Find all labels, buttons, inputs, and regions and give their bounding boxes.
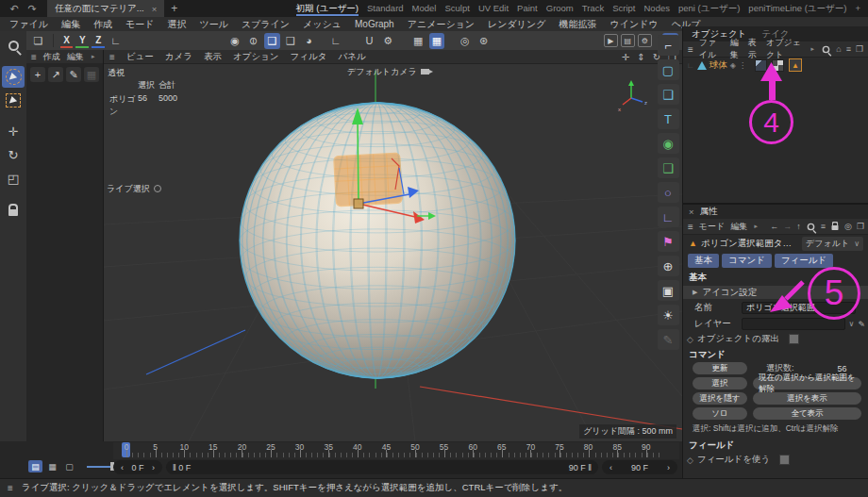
menu-item-6[interactable]: スプライン xyxy=(242,18,290,31)
menu-view[interactable]: 表示 xyxy=(748,37,760,61)
menu-item-5[interactable]: ツール xyxy=(199,18,227,31)
spline-plane-icon[interactable]: ▢ xyxy=(658,59,679,80)
float-window-icon[interactable]: ❐ xyxy=(857,222,864,231)
phong-tag-icon[interactable] xyxy=(755,59,767,72)
menu-options[interactable]: オプション xyxy=(233,51,279,63)
target-icon[interactable]: ◎ xyxy=(844,222,852,231)
layout-tab-7[interactable]: Track xyxy=(582,1,604,16)
render-view-icon[interactable]: ▶ xyxy=(604,34,618,47)
show-all-button[interactable]: 全て表示 xyxy=(753,407,861,420)
snap-grid-icon[interactable]: ▦ xyxy=(429,33,445,49)
menu-edit[interactable]: 編集 xyxy=(730,37,743,61)
tool-options-icon[interactable] xyxy=(154,185,161,192)
menu-item-4[interactable]: 選択 xyxy=(167,18,186,31)
pick-icon[interactable]: ↗ xyxy=(48,67,63,82)
menu-view[interactable]: ビュー xyxy=(126,51,154,63)
axis-x-toggle[interactable]: X xyxy=(60,33,74,48)
menu-item-2[interactable]: 作成 xyxy=(93,18,112,31)
menu-item-3[interactable]: モード xyxy=(125,18,154,31)
layout-tab-3[interactable]: Sculpt xyxy=(444,1,469,16)
uv-tag-icon[interactable] xyxy=(772,59,784,72)
close-icon[interactable]: × xyxy=(689,207,694,217)
menu-panel[interactable]: パネル xyxy=(338,51,365,63)
layout-tab-0[interactable]: 初期 (ユーザー) xyxy=(296,1,359,16)
dolly-view-icon[interactable]: ⇕ xyxy=(637,52,644,62)
expose-checkbox[interactable] xyxy=(789,334,799,344)
back-icon[interactable]: ← xyxy=(770,222,778,231)
move-tool[interactable]: ✛ xyxy=(2,121,25,142)
field-icon[interactable]: ⚑ xyxy=(658,231,679,252)
timeline-ruler[interactable]: 051015202530354045505560657075808590 xyxy=(113,442,679,459)
polygon-selection-tag-icon[interactable]: ▲ xyxy=(789,58,802,72)
redo-icon[interactable]: ↷ xyxy=(25,3,39,15)
light-object-icon[interactable]: ☀ xyxy=(658,305,679,325)
rectangle-selection-tool[interactable] xyxy=(2,90,25,111)
camera-label[interactable]: デフォルトカメラ xyxy=(347,66,429,78)
generator-icon[interactable]: ❑ xyxy=(658,157,679,178)
layout-tab-4[interactable]: UV Edit xyxy=(478,1,509,16)
scale-tool[interactable]: ◰ xyxy=(2,168,25,190)
keyframe-diamond-icon[interactable]: ◇ xyxy=(687,456,693,465)
editor-visibility-toggle[interactable]: ◈ xyxy=(730,61,736,70)
viewport-canvas[interactable]: z x 透視 デフォルトカメラ 選択 合計 ポリゴン 56 5000 ライブ選択… xyxy=(104,64,682,441)
layout-tab-8[interactable]: Script xyxy=(612,1,635,16)
layout-tab-9[interactable]: Nodes xyxy=(644,1,670,16)
text-object-icon[interactable]: T xyxy=(658,108,679,129)
hamburger-icon[interactable]: ≡ xyxy=(31,52,37,62)
texture-mode-icon[interactable]: ◕ xyxy=(301,33,317,49)
menu-file[interactable]: ファイル xyxy=(699,37,725,61)
frame-dec-icon[interactable]: ‹ xyxy=(121,463,124,472)
preview-range-bar[interactable]: ‖ 0 F 90 F ‖ xyxy=(166,460,598,474)
coordinate-system-icon[interactable]: ∟ xyxy=(108,33,124,49)
layout-tab-5[interactable]: Paint xyxy=(517,1,538,16)
view-detail-toggle[interactable]: ▢ xyxy=(62,460,76,472)
hamburger-icon[interactable]: ≡ xyxy=(688,44,693,55)
menu-display[interactable]: 表示 xyxy=(204,51,222,63)
subdivision-surface-icon[interactable]: ◉ xyxy=(658,133,679,154)
menu-overflow-icon[interactable]: ► xyxy=(753,224,759,229)
forward-icon[interactable]: → xyxy=(783,222,792,231)
workplane-grid-icon[interactable]: ▦ xyxy=(410,33,426,49)
axis-y-toggle[interactable]: Y xyxy=(75,33,89,48)
camera-object-icon[interactable]: ▣ xyxy=(658,280,679,301)
menu-overflow-icon[interactable]: ► xyxy=(810,46,815,52)
pen-icon[interactable]: ✎ xyxy=(66,67,81,82)
end-frame-stepper[interactable]: ‹ 90 F › xyxy=(602,460,677,474)
points-mode-icon[interactable]: ◉ xyxy=(227,33,243,49)
frame-inc-icon[interactable]: › xyxy=(667,463,670,472)
menu-item-12[interactable]: ウインドウ xyxy=(609,18,658,31)
object-row-sphere[interactable]: ∟ 球体 ◈ ⋮ ▲ xyxy=(683,58,868,73)
axis-z-toggle[interactable]: Z xyxy=(92,33,105,48)
object-axis-mode-icon[interactable]: ∟ xyxy=(328,33,344,49)
render-visibility-toggle[interactable]: ⋮ xyxy=(739,61,746,70)
up-icon[interactable]: ↑ xyxy=(796,222,801,231)
filter-icon[interactable]: ≡ xyxy=(846,44,851,54)
view-grid-toggle[interactable]: ▦ xyxy=(45,460,59,472)
search-icon[interactable] xyxy=(807,223,814,230)
polygon-object-icon[interactable] xyxy=(697,61,707,70)
selected-polygons[interactable] xyxy=(334,153,403,207)
close-tab-icon[interactable]: × xyxy=(152,4,158,14)
document-tab[interactable]: 任意の面にマテリア... × xyxy=(47,0,164,17)
edges-mode-icon[interactable]: ⊖ xyxy=(245,33,261,49)
hide-selection-button[interactable]: 選択を隠す xyxy=(693,392,747,405)
layout-tab-2[interactable]: Model xyxy=(412,1,437,16)
new-tab-icon[interactable]: + xyxy=(171,2,177,15)
hamburger-icon[interactable]: ≡ xyxy=(109,52,115,62)
hamburger-icon[interactable]: ≡ xyxy=(688,222,693,232)
layout-tab-1[interactable]: Standard xyxy=(367,1,404,16)
rotate-tool[interactable]: ↻ xyxy=(2,144,25,166)
search-commander-icon[interactable] xyxy=(2,35,25,57)
menu-item-8[interactable]: MoGraph xyxy=(355,19,394,29)
undo-icon[interactable]: ↶ xyxy=(8,3,21,15)
3d-scene[interactable]: z x xyxy=(104,64,682,441)
layout-tab-12[interactable]: + xyxy=(855,1,860,16)
frame-inc-icon[interactable]: › xyxy=(152,463,155,472)
deformer-icon[interactable]: ○ xyxy=(658,182,679,203)
layout-tab-10[interactable]: peni (ユーザー) xyxy=(678,1,740,16)
attr-tab-1[interactable]: コマンド xyxy=(722,254,772,268)
menu-create[interactable]: 作成 xyxy=(43,51,60,63)
quantize-icon[interactable]: ⊛ xyxy=(476,33,492,49)
select-button[interactable]: 選択 xyxy=(693,377,747,389)
object-name[interactable]: 球体 xyxy=(709,59,727,72)
